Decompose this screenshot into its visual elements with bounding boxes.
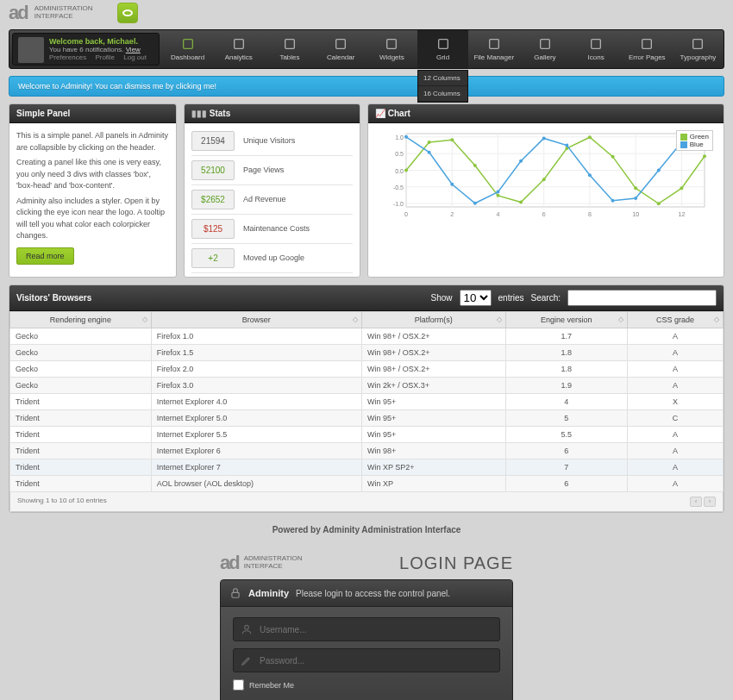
svg-text:-1.0: -1.0 bbox=[393, 201, 404, 207]
nav-typography[interactable]: Typography bbox=[673, 30, 724, 68]
svg-text:8: 8 bbox=[588, 211, 592, 217]
svg-point-53 bbox=[473, 202, 477, 205]
table-row[interactable]: GeckoFirefox 2.0Win 98+ / OSX.2+1.8A bbox=[10, 361, 724, 378]
table-info: Showing 1 to 10 of 10 entries bbox=[17, 497, 107, 507]
table-row[interactable]: TridentInternet Explorer 5.0Win 95+5C bbox=[10, 410, 724, 427]
brand-logo: ad bbox=[9, 2, 28, 24]
svg-text:0.5: 0.5 bbox=[395, 151, 404, 157]
preferences-link[interactable]: Preferences bbox=[49, 53, 86, 61]
panel-header[interactable]: ▮▮▮ Stats bbox=[185, 104, 360, 123]
nav-calendar[interactable]: Calendar bbox=[316, 30, 366, 68]
col-header[interactable]: ◇Platform(s) bbox=[361, 312, 505, 328]
view-notifications-link[interactable]: View bbox=[126, 46, 141, 53]
profile-link[interactable]: Profile bbox=[95, 53, 115, 61]
svg-text:4: 4 bbox=[497, 211, 500, 217]
line-chart: -1.0-0.50.00.51.0024681012 bbox=[373, 128, 718, 219]
logout-link[interactable]: Log out bbox=[123, 53, 147, 61]
nav-icon bbox=[691, 37, 705, 51]
username-field[interactable] bbox=[233, 617, 500, 641]
panel-header[interactable]: Simple Panel bbox=[9, 104, 176, 123]
table-search-input[interactable] bbox=[567, 290, 717, 306]
svg-point-59 bbox=[611, 199, 615, 203]
svg-point-47 bbox=[657, 202, 661, 205]
svg-rect-3 bbox=[336, 40, 346, 49]
nav-grid[interactable]: Grid12 Columns16 Columns bbox=[417, 30, 468, 68]
svg-text:12: 12 bbox=[678, 211, 685, 217]
svg-point-51 bbox=[428, 151, 431, 154]
nav-widgets[interactable]: Widgets bbox=[366, 30, 417, 68]
table-row[interactable]: TridentInternet Explorer 5.5Win 95+5.5A bbox=[10, 427, 724, 443]
avatar bbox=[18, 37, 44, 63]
nav-icons[interactable]: Icons bbox=[571, 30, 622, 68]
nav-file-manager[interactable]: File Manager bbox=[468, 30, 519, 68]
stat-value: +2 bbox=[191, 248, 235, 268]
svg-text:1.0: 1.0 bbox=[395, 134, 404, 141]
lock-icon bbox=[229, 587, 241, 599]
table-row[interactable]: GeckoFirefox 3.0Win 2k+ / OSX.3+1.9A bbox=[10, 378, 724, 394]
svg-point-39 bbox=[473, 164, 477, 167]
col-header[interactable]: ◇Browser bbox=[151, 312, 361, 328]
nav-icon bbox=[181, 37, 195, 51]
nav-icon bbox=[283, 37, 297, 51]
brand-text: ADMINISTRATIONINTERFACE bbox=[34, 5, 93, 21]
svg-text:0: 0 bbox=[404, 211, 408, 217]
col-header[interactable]: ◇Engine version bbox=[505, 312, 627, 328]
nav-error-pages[interactable]: Error Pages bbox=[622, 30, 673, 68]
nav-tables[interactable]: Tables bbox=[264, 30, 315, 68]
nav-icon bbox=[589, 37, 603, 51]
nav-icon bbox=[538, 37, 552, 51]
svg-rect-4 bbox=[387, 40, 397, 49]
stat-label: Moved up Google bbox=[243, 253, 304, 265]
chart-panel: 📈 Chart Green Blue -1.0-0.50.00.51.00246… bbox=[367, 103, 724, 278]
svg-point-55 bbox=[519, 159, 523, 163]
svg-point-37 bbox=[428, 141, 431, 144]
table-row[interactable]: TridentInternet Explorer 4.0Win 95+4X bbox=[10, 394, 724, 410]
welcome-greeting: Welcome back, Michael. bbox=[49, 37, 153, 46]
welcome-box: Welcome back, Michael. You have 6 notifi… bbox=[12, 33, 160, 66]
pencil-icon bbox=[241, 654, 253, 666]
grid-dropdown[interactable]: 12 Columns16 Columns bbox=[417, 70, 468, 103]
read-more-button[interactable]: Read more bbox=[16, 247, 74, 265]
table-row[interactable]: GeckoFirefox 1.0Win 98+ / OSX.2+1.7A bbox=[10, 328, 724, 345]
data-table: ◇Rendering engine◇Browser◇Platform(s)◇En… bbox=[9, 311, 724, 492]
table-row[interactable]: TridentInternet Explorer 7Win XP SP2+7A bbox=[10, 459, 724, 476]
dismissable-alert[interactable]: Welcome to Adminity! You can dismiss me … bbox=[9, 76, 724, 97]
panel-header[interactable]: 📈 Chart bbox=[368, 104, 724, 123]
password-field[interactable] bbox=[233, 648, 500, 672]
svg-point-36 bbox=[404, 169, 408, 172]
svg-point-44 bbox=[588, 135, 592, 139]
nav-icon bbox=[385, 37, 398, 51]
login-box: Adminity Please login to access the cont… bbox=[220, 579, 513, 700]
chart-legend: Green Blue bbox=[676, 130, 713, 151]
simple-panel: Simple Panel This is a simple panel. All… bbox=[9, 103, 177, 278]
svg-point-45 bbox=[611, 155, 615, 159]
table-row[interactable]: TridentAOL browser (AOL desktop)Win XP6A bbox=[10, 476, 724, 492]
table-pager[interactable]: ‹› bbox=[688, 497, 716, 507]
nav-icon bbox=[640, 37, 654, 51]
eye-icon bbox=[122, 9, 133, 16]
svg-point-46 bbox=[634, 186, 637, 190]
nav-gallery[interactable]: Gallery bbox=[519, 30, 570, 68]
brand-logo: ad bbox=[220, 552, 239, 574]
svg-point-57 bbox=[565, 144, 568, 147]
svg-point-41 bbox=[519, 201, 523, 204]
stat-value: $2652 bbox=[191, 190, 235, 209]
svg-rect-8 bbox=[592, 40, 601, 49]
stat-row: +2Moved up Google bbox=[191, 244, 353, 273]
stat-value: 21594 bbox=[191, 131, 235, 151]
nav-analytics[interactable]: Analytics bbox=[213, 30, 264, 68]
styler-button[interactable] bbox=[117, 3, 138, 23]
stat-label: Page Views bbox=[243, 165, 284, 177]
panel-header[interactable]: Visitors' Browsers Show 10 entries Searc… bbox=[9, 285, 724, 311]
col-header[interactable]: ◇Rendering engine bbox=[10, 312, 152, 328]
svg-point-58 bbox=[588, 173, 592, 177]
svg-point-48 bbox=[680, 186, 683, 190]
remember-checkbox[interactable] bbox=[233, 679, 244, 691]
svg-point-54 bbox=[496, 191, 499, 194]
nav-dashboard[interactable]: Dashboard bbox=[162, 30, 213, 68]
table-row[interactable]: GeckoFirefox 1.5Win 98+ / OSX.2+1.8A bbox=[10, 345, 724, 361]
svg-point-65 bbox=[245, 625, 249, 629]
col-header[interactable]: ◇CSS grade bbox=[627, 312, 723, 328]
page-size-select[interactable]: 10 bbox=[460, 290, 492, 306]
table-row[interactable]: TridentInternet Explorer 6Win 98+6A bbox=[10, 443, 724, 459]
